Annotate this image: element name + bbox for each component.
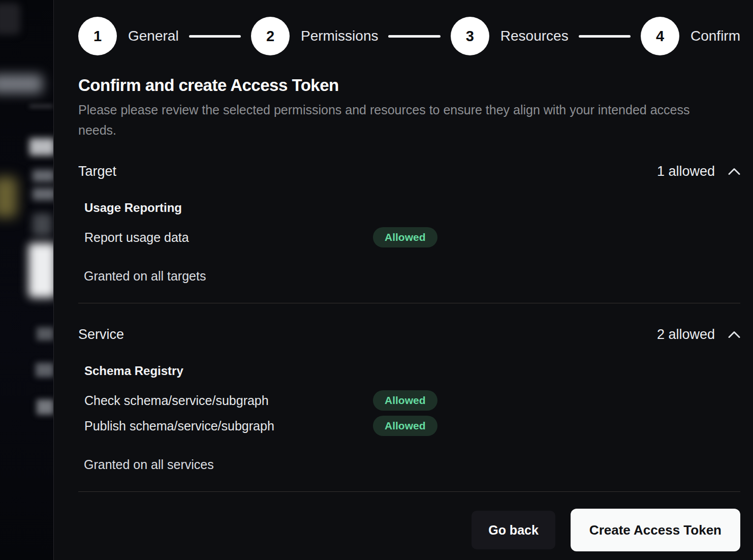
footer-divider: [78, 491, 740, 492]
status-badge: Allowed: [373, 390, 437, 411]
status-badge: Allowed: [373, 227, 437, 247]
blurred-text-line: [37, 327, 54, 340]
blurred-nav-label: [0, 74, 43, 94]
blurred-heading-text: [29, 138, 54, 155]
page-title: Confirm and create Access Token: [78, 76, 740, 95]
blurred-text-line: [36, 363, 54, 377]
step-number-badge: 2: [251, 17, 290, 55]
step-number-badge: 1: [78, 17, 117, 55]
step-number-badge: 4: [641, 17, 679, 55]
step-label: Confirm: [691, 28, 740, 44]
step-connector-line: [189, 35, 241, 38]
permission-row: Report usage data Allowed: [84, 227, 740, 247]
step-general[interactable]: 1 General: [78, 17, 179, 55]
blurred-panel: [33, 213, 52, 236]
allowed-count: 2 allowed: [657, 327, 715, 343]
footer-actions: Go back Create Access Token: [78, 509, 740, 551]
step-label: General: [128, 28, 179, 44]
status-badge: Allowed: [373, 416, 437, 436]
section-footnote: Granted on all targets: [84, 269, 740, 284]
create-access-token-button[interactable]: Create Access Token: [571, 509, 740, 551]
step-label: Permissions: [301, 28, 378, 44]
section-footnote: Granted on all services: [84, 457, 740, 472]
chevron-up-icon: [728, 331, 740, 338]
go-back-button[interactable]: Go back: [472, 511, 555, 549]
permission-label: Report usage data: [84, 230, 373, 245]
step-confirm[interactable]: 4 Confirm: [641, 17, 740, 55]
section-service: Service 2 allowed Schema Registry Check …: [78, 327, 740, 472]
permission-label: Check schema/service/subgraph: [84, 393, 373, 408]
permission-label: Publish schema/service/subgraph: [84, 419, 373, 433]
background-page: [0, 0, 54, 560]
blurred-text-line: [33, 188, 54, 200]
blurred-logo-tile: [0, 3, 20, 35]
blurred-divider: [29, 105, 53, 108]
permission-group-heading: Usage Reporting: [84, 201, 740, 215]
section-collapse-toggle[interactable]: 2 allowed: [657, 327, 740, 343]
section-target: Target 1 allowed Usage Reporting Report …: [78, 164, 740, 284]
step-permissions[interactable]: 2 Permissions: [251, 17, 378, 55]
chevron-up-icon: [728, 168, 740, 175]
section-divider: [78, 303, 740, 303]
allowed-count: 1 allowed: [657, 164, 715, 179]
permission-row: Publish schema/service/subgraph Allowed: [84, 416, 740, 436]
section-title: Target: [78, 164, 116, 179]
create-access-token-panel: 1 General 2 Permissions 3 Resources 4 Co…: [53, 0, 753, 560]
permission-group-heading: Schema Registry: [84, 364, 740, 378]
blurred-text-line: [33, 170, 54, 182]
step-connector-line: [579, 35, 631, 38]
blurred-white-card: [28, 243, 54, 298]
page-description: Please please review the selected permis…: [78, 100, 703, 140]
section-title: Service: [78, 327, 124, 343]
section-collapse-toggle[interactable]: 1 allowed: [657, 164, 740, 179]
permission-row: Check schema/service/subgraph Allowed: [84, 390, 740, 411]
step-connector-line: [388, 35, 440, 38]
blurred-text-line: [37, 399, 54, 415]
step-resources[interactable]: 3 Resources: [451, 17, 569, 55]
step-number-badge: 3: [451, 17, 489, 55]
wizard-stepper: 1 General 2 Permissions 3 Resources 4 Co…: [78, 17, 740, 55]
blurred-accent-block: [0, 177, 17, 217]
step-label: Resources: [500, 28, 569, 44]
